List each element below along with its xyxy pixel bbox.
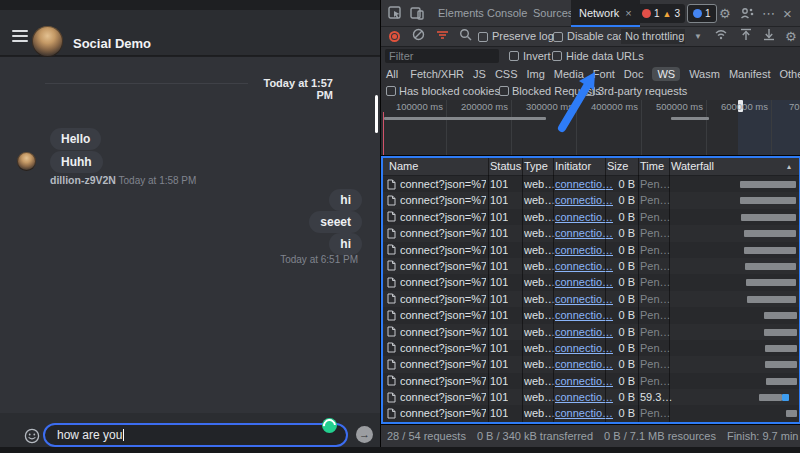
throttling-select[interactable]: No throttling [621, 29, 685, 44]
column-header-name[interactable]: Name [389, 160, 418, 172]
filter-chip-css[interactable]: CSS [495, 68, 518, 80]
sort-indicator-icon[interactable]: ▴ [787, 162, 791, 171]
filter-chip-media[interactable]: Media [554, 68, 584, 80]
preserve-log-checkbox[interactable] [478, 32, 488, 42]
invert-label[interactable]: Invert [523, 50, 551, 62]
filter-chip-fetchxhr[interactable]: Fetch/XHR [410, 68, 464, 80]
filter-input[interactable] [385, 49, 499, 63]
waterfall-bar[interactable] [744, 247, 796, 254]
inspect-element-icon[interactable] [388, 0, 402, 27]
emoji-icon[interactable] [24, 428, 40, 444]
table-row[interactable]: connect?json=%7B…101web…connectio…0 B59.… [383, 389, 799, 405]
network-conditions-icon[interactable] [714, 23, 728, 50]
import-har-icon[interactable] [740, 23, 752, 50]
table-row[interactable]: connect?json=%7B…101web…connectio…0 BPen… [383, 324, 799, 340]
filter-chip-doc[interactable]: Doc [624, 68, 644, 80]
checkbox-label[interactable]: Has blocked cookies [399, 85, 500, 97]
message-bubble[interactable]: hi [329, 189, 362, 211]
table-row[interactable]: connect?json=%7B…101web…connectio…0 BPen… [383, 307, 799, 323]
table-row[interactable]: connect?json=%7B…101web…connectio…0 BPen… [383, 405, 799, 421]
table-row[interactable]: connect?json=%7B…101web…connectio…0 BPen… [383, 373, 799, 389]
waterfall-bar[interactable] [765, 361, 797, 368]
waterfall-bar[interactable] [746, 279, 796, 286]
chevron-down-icon[interactable]: ▼ [694, 32, 702, 41]
message-input[interactable]: how are you [43, 423, 348, 447]
column-header-time[interactable]: Time [640, 160, 664, 172]
message-bubble[interactable]: Huhh [50, 151, 103, 173]
filter-icon[interactable] [436, 23, 449, 50]
tab-close-icon[interactable]: × [625, 7, 631, 19]
table-row[interactable]: connect?json=%7B…101web…connectio…0 BPen… [383, 356, 799, 372]
tab-console[interactable]: Console [487, 0, 527, 27]
filter-chip-font[interactable]: Font [593, 68, 615, 80]
checkbox-label[interactable]: 3rd-party requests [598, 85, 687, 97]
column-header-status[interactable]: Status [490, 160, 521, 172]
has-blocked-cookies-checkbox[interactable] [386, 86, 396, 96]
hamburger-menu-icon[interactable] [12, 30, 28, 42]
waterfall-bar[interactable] [740, 181, 796, 188]
filter-chip-wasm[interactable]: Wasm [689, 68, 720, 80]
column-divider[interactable] [638, 158, 639, 422]
filter-chip-js[interactable]: JS [473, 68, 486, 80]
waterfall-bar[interactable] [764, 329, 797, 336]
column-divider[interactable] [605, 158, 606, 422]
hide-data-urls-checkbox[interactable] [552, 51, 562, 61]
network-settings-gear-icon[interactable]: ⚙ [785, 23, 797, 50]
message-bubble[interactable]: hi [329, 233, 362, 255]
tab-sources[interactable]: Sources [533, 0, 573, 27]
avatar[interactable] [32, 26, 63, 57]
table-row[interactable]: connect?json=%7B…101web…connectio…0 BPen… [383, 258, 799, 274]
console-error-warning-badge[interactable]: 1 ▲ 3 [637, 4, 685, 23]
column-header-type[interactable]: Type [524, 160, 548, 172]
waterfall-bar[interactable] [786, 410, 797, 417]
send-button[interactable]: → [356, 426, 373, 443]
table-row[interactable]: connect?json=%7B…101web…connectio…0 BPen… [383, 209, 799, 225]
waterfall-bar[interactable] [745, 263, 796, 270]
preserve-log-label[interactable]: Preserve log [492, 30, 554, 42]
issues-badge[interactable]: 1 [687, 4, 717, 23]
column-divider[interactable] [488, 158, 489, 422]
invert-checkbox[interactable] [509, 51, 519, 61]
record-button[interactable] [389, 31, 400, 42]
table-row[interactable]: connect?json=%7B…101web…connectio…0 BPen… [383, 176, 799, 192]
column-divider[interactable] [522, 158, 523, 422]
table-row[interactable]: connect?json=%7B…101web…connectio…0 BPen… [383, 225, 799, 241]
filter-chip-manifest[interactable]: Manifest [729, 68, 771, 80]
message-bubble[interactable]: seeet [309, 211, 362, 233]
blocked-requests-checkbox[interactable] [499, 86, 509, 96]
waterfall-bar[interactable] [765, 345, 797, 352]
disable-cache-checkbox[interactable] [553, 32, 563, 42]
waterfall-bar[interactable] [759, 394, 782, 401]
column-divider[interactable] [553, 158, 554, 422]
table-row[interactable]: connect?json=%7B…101web…connectio…0 BPen… [383, 192, 799, 208]
filter-chip-img[interactable]: Img [527, 68, 545, 80]
table-row[interactable]: connect?json=%7B…101web…connectio…0 BPen… [383, 340, 799, 356]
waterfall-bar[interactable] [747, 296, 796, 303]
chat-scrollbar[interactable] [375, 95, 378, 133]
waterfall-bar[interactable] [766, 378, 797, 385]
filter-chip-other[interactable]: Other [779, 68, 800, 80]
table-row[interactable]: connect?json=%7B…101web…connectio…0 BPen… [383, 242, 799, 258]
network-overview-timeline[interactable]: 100000 ms200000 ms300000 ms400000 ms5000… [381, 100, 800, 156]
waterfall-bar[interactable] [744, 230, 796, 237]
waterfall-bar[interactable] [764, 312, 797, 319]
avatar[interactable] [17, 152, 36, 171]
hide-data-urls-label[interactable]: Hide data URLs [566, 50, 644, 62]
table-row[interactable]: connect?json=%7B…101web…connectio…0 BPen… [383, 291, 799, 307]
tab-network[interactable]: Network× [571, 0, 640, 27]
column-header-size[interactable]: Size [607, 160, 628, 172]
message-bubble[interactable]: Hello [50, 128, 101, 150]
column-divider[interactable] [669, 158, 670, 422]
table-row[interactable]: connect?json=%7B…101web…connectio…0 BPen… [383, 274, 799, 290]
export-har-icon[interactable] [763, 23, 775, 50]
filter-chip-all[interactable]: All [386, 68, 398, 80]
filter-chip-ws[interactable]: WS [652, 67, 680, 81]
waterfall-bar[interactable] [741, 214, 796, 221]
status-indicator-icon[interactable] [322, 418, 337, 433]
3rd-party-requests-checkbox[interactable] [585, 86, 595, 96]
waterfall-bar[interactable] [740, 197, 796, 204]
search-icon[interactable] [459, 23, 472, 50]
column-header-initiator[interactable]: Initiator [555, 160, 591, 172]
clear-icon[interactable] [412, 23, 425, 50]
column-header-waterfall[interactable]: Waterfall [671, 160, 714, 172]
